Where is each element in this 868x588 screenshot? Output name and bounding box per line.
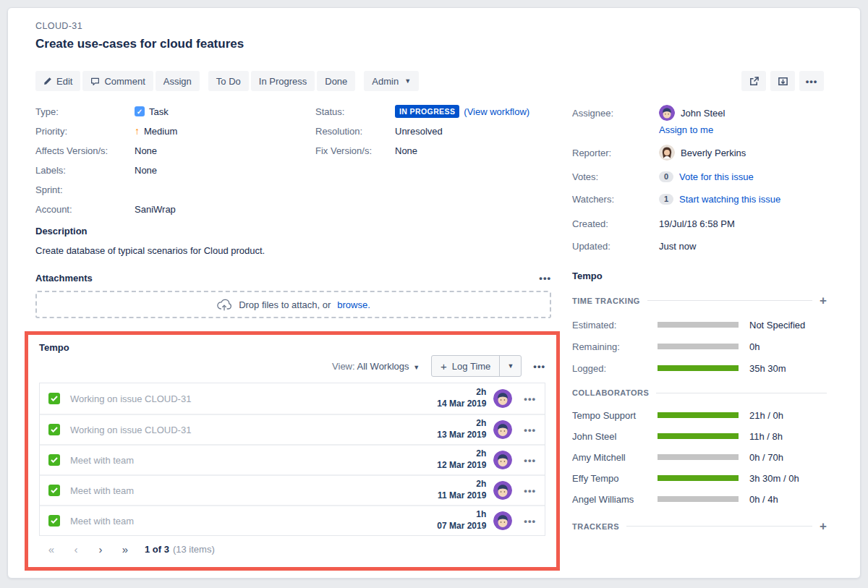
assign-to-me-link[interactable]: Assign to me: [659, 124, 827, 135]
reporter-avatar: [659, 145, 675, 161]
worklog-user-avatar: [493, 511, 512, 530]
log-time-dropdown-button[interactable]: ▼: [499, 356, 521, 376]
issue-card: CLOUD-31 Create use-cases for cloud feat…: [7, 7, 861, 579]
field-fix-versions: Fix Version/s: None: [315, 144, 561, 157]
progress-bar: [658, 454, 739, 460]
worklog-row-more-icon[interactable]: •••: [524, 516, 536, 527]
votes-row: Votes: 0 Vote for this issue: [572, 169, 827, 184]
add-tracker-icon[interactable]: +: [820, 520, 827, 532]
worklog-user-avatar: [493, 481, 512, 500]
upload-cloud-icon: [216, 299, 232, 311]
reporter-name[interactable]: Beverly Perkins: [681, 148, 746, 158]
attachments-section: Attachments ••• Drop files to attach, or…: [35, 273, 551, 318]
worklog-table: Working on issue CLOUD-31 2h14 Mar 2019 …: [39, 383, 545, 536]
worklog-checkbox[interactable]: [48, 424, 60, 435]
field-resolution: Resolution: Unresolved: [315, 124, 561, 137]
assign-button[interactable]: Assign: [156, 71, 200, 91]
details-left-column: Type: ✓Task Priority: ↑Medium Affects Ve…: [35, 105, 310, 222]
collaborator-row: Angel Williams 0h / 4h: [572, 493, 827, 506]
description-heading: Description: [35, 226, 550, 237]
tempo-worklog-panel: Tempo View: All Worklogs ▼ +Log Time ▼ •…: [25, 331, 560, 571]
progress-bar: [658, 365, 739, 371]
field-priority: Priority: ↑Medium: [35, 124, 310, 137]
share-button[interactable]: [741, 71, 766, 91]
next-page-icon[interactable]: ›: [88, 543, 113, 555]
assignee-row: Assignee: John Steel: [572, 105, 827, 121]
tempo-panel-heading: Tempo: [39, 342, 545, 353]
created-row: Created: 19/Jul/18 6:58 PM: [572, 217, 827, 230]
trackers-header: TRACKERS +: [572, 520, 827, 532]
assignee-name[interactable]: John Steel: [681, 108, 725, 119]
page-title: Create use-cases for cloud features: [35, 37, 244, 51]
watchers-row: Watchers: 1 Start watching this issue: [572, 192, 827, 206]
view-workflow-link[interactable]: (View workflow): [464, 106, 529, 117]
breadcrumb[interactable]: CLOUD-31: [35, 21, 82, 31]
worklog-row: Working on issue CLOUD-31 2h13 Mar 2019 …: [40, 414, 545, 444]
votes-count-badge: 0: [659, 171, 673, 182]
todo-button[interactable]: To Do: [208, 71, 249, 91]
export-button[interactable]: [770, 71, 795, 91]
first-page-icon[interactable]: «: [39, 543, 64, 555]
log-time-split-button: +Log Time ▼: [431, 355, 522, 377]
in-progress-button[interactable]: In Progress: [251, 71, 315, 91]
done-button[interactable]: Done: [317, 71, 355, 91]
comment-icon: [90, 77, 100, 86]
description-section: Description Create database of typical s…: [35, 226, 550, 256]
worklog-row-more-icon[interactable]: •••: [524, 425, 536, 435]
progress-bar: [658, 322, 739, 328]
task-type-icon: ✓: [135, 106, 145, 116]
updated-row: Updated: Just now: [572, 239, 827, 252]
worklog-view-dropdown[interactable]: View: All Worklogs ▼: [332, 361, 420, 372]
status-badge: IN PROGRESS: [395, 105, 459, 118]
more-actions-button[interactable]: •••: [799, 71, 824, 91]
time-tracking-row: Estimated: Not Specified: [572, 318, 827, 331]
time-tracking-header: TIME TRACKING +: [572, 294, 827, 307]
comment-button[interactable]: Comment: [82, 71, 153, 91]
worklog-checkbox[interactable]: [48, 515, 60, 527]
worklog-user-avatar: [493, 420, 512, 439]
time-tracking-row: Logged: 35h 30m: [572, 362, 827, 375]
field-sprint: Sprint:: [35, 183, 310, 196]
worklog-checkbox[interactable]: [48, 393, 60, 404]
worklog-row: Meet with team 1h07 Mar 2019 •••: [40, 505, 545, 535]
field-status: Status: IN PROGRESS (View workflow): [315, 105, 561, 118]
assignee-avatar: [659, 105, 675, 121]
time-tracking-row: Remaining: 0h: [572, 340, 827, 353]
previous-page-icon[interactable]: ‹: [64, 543, 88, 555]
progress-bar: [658, 433, 739, 439]
field-affects-versions: Affects Version/s: None: [35, 144, 310, 157]
worklog-row: Working on issue CLOUD-31 2h14 Mar 2019 …: [40, 383, 545, 414]
worklog-checkbox[interactable]: [48, 485, 60, 496]
worklog-checkbox[interactable]: [48, 454, 60, 466]
field-account: Account: SaniWrap: [35, 203, 310, 216]
collaborator-row: Amy Mitchell 0h / 70h: [572, 451, 827, 464]
attachments-dropzone[interactable]: Drop files to attach, or browse.: [35, 291, 551, 318]
vote-link[interactable]: Vote for this issue: [679, 171, 754, 182]
worklog-more-icon[interactable]: •••: [533, 361, 545, 372]
share-icon: [749, 76, 760, 87]
attachments-more-icon[interactable]: •••: [539, 273, 551, 284]
chevron-down-icon: ▼: [404, 77, 411, 85]
tempo-sidebar-heading: Tempo: [572, 270, 827, 281]
worklog-row-more-icon[interactable]: •••: [524, 485, 536, 496]
admin-button[interactable]: Admin▼: [364, 71, 419, 91]
field-labels: Labels: None: [35, 163, 310, 176]
log-time-button[interactable]: +Log Time: [432, 356, 499, 376]
description-text: Create database of typical scenarios for…: [35, 245, 550, 256]
worklog-pagination: « ‹ › » 1 of 3 (13 items): [39, 543, 545, 555]
last-page-icon[interactable]: »: [113, 543, 137, 555]
watch-link[interactable]: Start watching this issue: [679, 194, 780, 205]
worklog-row-more-icon[interactable]: •••: [524, 393, 536, 404]
browse-link[interactable]: browse.: [337, 299, 370, 310]
edit-button[interactable]: Edit: [35, 71, 80, 91]
add-time-tracking-icon[interactable]: +: [820, 294, 827, 307]
field-type: Type: ✓Task: [35, 105, 310, 118]
worklog-row-more-icon[interactable]: •••: [524, 455, 536, 466]
priority-medium-icon: ↑: [135, 126, 140, 136]
progress-bar: [658, 496, 739, 502]
progress-bar: [658, 475, 739, 481]
worklog-row: Meet with team 2h11 Mar 2019 •••: [40, 474, 545, 505]
top-action-icons: •••: [741, 71, 824, 91]
people-sidebar: Assignee: John Steel Assign to me Report…: [572, 105, 827, 252]
worklog-row: Meet with team 2h12 Mar 2019 •••: [40, 444, 545, 474]
